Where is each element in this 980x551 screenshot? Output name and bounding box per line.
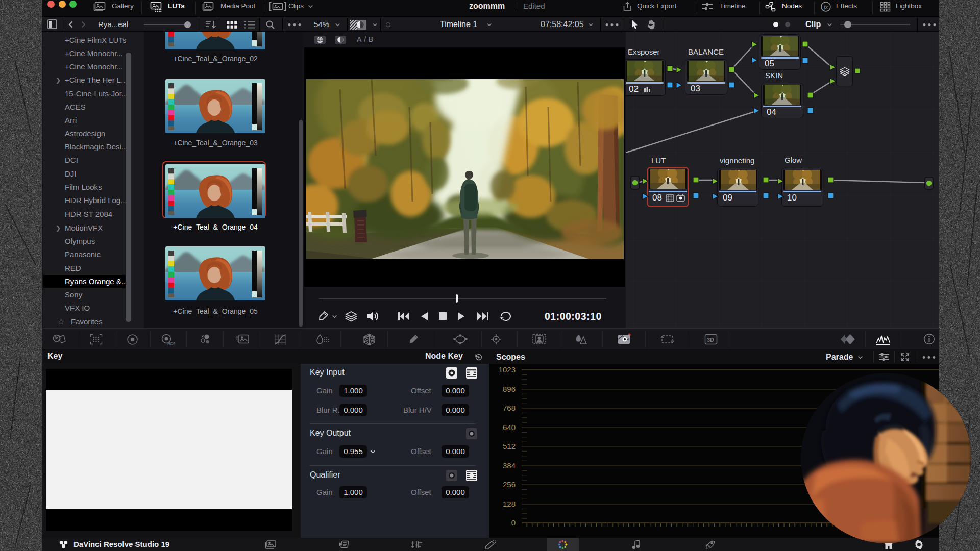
- svg-text:3D: 3D: [707, 337, 714, 343]
- svg-text:384: 384: [503, 461, 516, 470]
- svg-text:512: 512: [503, 442, 516, 450]
- svg-text:128: 128: [503, 499, 516, 508]
- svg-text:HDR: HDR: [167, 341, 175, 346]
- svg-text:256: 256: [503, 480, 516, 489]
- svg-text:896: 896: [503, 385, 516, 393]
- svg-text:640: 640: [503, 423, 516, 432]
- svg-text:1023: 1023: [499, 365, 516, 374]
- svg-text:fx: fx: [824, 4, 828, 10]
- svg-text:0: 0: [511, 518, 516, 527]
- svg-text:768: 768: [503, 404, 516, 412]
